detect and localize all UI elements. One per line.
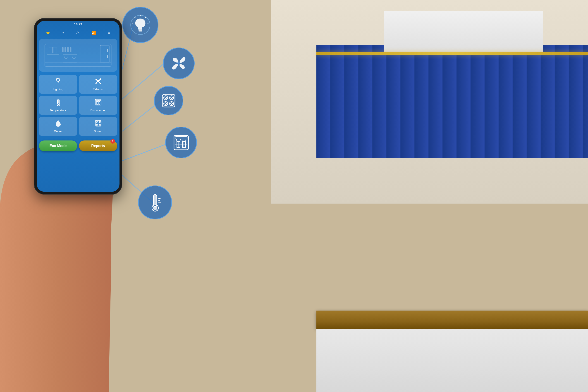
svg-rect-51 (70, 47, 72, 52)
svg-point-21 (170, 102, 174, 106)
lightbulb-circle-icon (130, 15, 151, 35)
svg-point-46 (73, 56, 75, 58)
kitchen-backsplash (316, 45, 588, 158)
svg-point-79 (99, 124, 100, 125)
room-illustration (39, 39, 117, 72)
svg-rect-29 (154, 195, 156, 204)
phone-body: 10:23 ★ ⌂ ⚠ 📶 ≡ (34, 18, 122, 194)
svg-rect-68 (95, 99, 101, 105)
svg-line-9 (146, 17, 146, 18)
svg-point-31 (153, 206, 157, 210)
eco-mode-button[interactable]: Eco Mode (39, 140, 77, 151)
svg-line-56 (60, 78, 60, 79)
svg-point-78 (99, 124, 101, 126)
svg-point-76 (96, 124, 98, 126)
stove-circle-icon (160, 92, 178, 110)
nav-favorites-icon[interactable]: ★ (46, 30, 50, 36)
svg-point-20 (165, 103, 167, 104)
under-cabinet-light (316, 52, 588, 55)
dishwasher-icon (95, 98, 102, 108)
dishwasher-label: Dishwasher (91, 108, 106, 112)
countertop (316, 310, 588, 329)
nav-wifi-icon[interactable]: 📶 (92, 30, 96, 35)
phone-device: 10:23 ★ ⌂ ⚠ 📶 ≡ (34, 18, 122, 371)
thermometer-circle-icon (144, 192, 166, 213)
svg-point-73 (96, 121, 97, 122)
lower-cabinets (316, 329, 588, 392)
svg-line-57 (56, 78, 57, 79)
nav-alerts-icon[interactable]: ⚠ (76, 30, 80, 36)
svg-rect-24 (175, 136, 187, 139)
upper-cabinets (384, 11, 543, 52)
dishwasher-circle-icon (172, 133, 191, 152)
svg-rect-40 (100, 45, 109, 62)
svg-rect-23 (174, 135, 188, 150)
svg-rect-38 (49, 47, 53, 54)
svg-rect-62 (58, 100, 59, 103)
nav-menu-icon[interactable]: ≡ (108, 30, 111, 35)
svg-rect-35 (45, 44, 111, 66)
reports-button[interactable]: Reports 7 (79, 140, 117, 151)
tile-exhaust[interactable]: Exhaust (79, 75, 117, 94)
svg-point-77 (96, 124, 97, 125)
nav-home-icon[interactable]: ⌂ (62, 30, 64, 35)
reports-badge: 7 (111, 139, 115, 144)
floating-dishwasher-circle (165, 127, 197, 158)
tile-dishwasher[interactable]: Dishwasher (79, 96, 117, 115)
temperature-label: Temperature (50, 108, 66, 112)
temperature-icon (55, 98, 62, 108)
lighting-icon (55, 78, 62, 86)
svg-point-16 (165, 97, 167, 98)
svg-rect-71 (95, 120, 101, 126)
svg-point-17 (170, 96, 174, 100)
svg-point-72 (96, 121, 98, 122)
water-label: Water (54, 130, 62, 133)
status-bar: 10:23 (37, 21, 120, 28)
room-svg (43, 40, 113, 70)
tile-sound[interactable]: Sound (79, 117, 117, 136)
phone-screen: 10:23 ★ ⌂ ⚠ 📶 ≡ (37, 21, 120, 192)
svg-point-13 (177, 62, 180, 65)
exhaust-label: Exhaust (93, 88, 104, 91)
svg-point-75 (99, 121, 100, 122)
bottom-buttons: Eco Mode Reports 7 (37, 139, 120, 153)
tile-temperature[interactable]: Temperature (39, 96, 77, 115)
svg-rect-39 (54, 47, 57, 54)
water-icon (55, 120, 61, 128)
svg-rect-48 (62, 47, 64, 52)
svg-point-22 (171, 103, 173, 104)
sound-icon (95, 120, 102, 128)
sound-label: Sound (94, 130, 103, 133)
svg-rect-49 (65, 47, 66, 52)
svg-rect-6 (138, 30, 142, 30)
tile-lighting[interactable]: Lighting (39, 75, 77, 94)
status-time: 10:23 (74, 22, 82, 26)
svg-rect-43 (107, 56, 108, 58)
svg-point-54 (57, 78, 60, 82)
svg-rect-50 (67, 47, 69, 52)
svg-point-45 (65, 56, 67, 58)
fan-circle-icon (169, 53, 189, 74)
svg-point-74 (99, 121, 101, 122)
svg-point-15 (164, 96, 168, 100)
svg-rect-7 (139, 30, 142, 32)
floating-thermometer-circle (138, 186, 172, 220)
tile-water[interactable]: Water (39, 117, 77, 136)
floating-fan-circle (163, 48, 195, 79)
lighting-label: Lighting (53, 88, 63, 91)
navigation-bar[interactable]: ★ ⌂ ⚠ 📶 ≡ (37, 28, 120, 38)
svg-point-18 (171, 97, 173, 98)
tiles-grid: Lighting Exhaust (37, 73, 120, 138)
floating-stove-circle (154, 86, 183, 115)
svg-point-64 (58, 104, 59, 106)
floating-light-circle (122, 7, 158, 43)
exhaust-icon (95, 78, 102, 86)
svg-rect-37 (47, 46, 59, 54)
svg-rect-42 (107, 49, 108, 52)
svg-line-11 (135, 17, 135, 18)
svg-point-19 (164, 102, 168, 106)
reports-button-label: Reports (91, 144, 105, 148)
